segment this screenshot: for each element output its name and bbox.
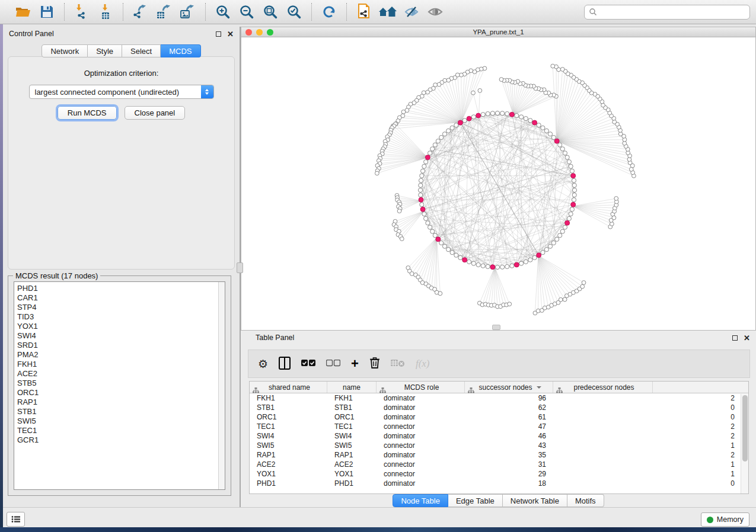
tab-motifs[interactable]: Motifs xyxy=(567,494,604,507)
function-builder-button[interactable]: f(x) xyxy=(416,355,430,373)
settings-gear-button[interactable]: ⚙ xyxy=(258,355,268,373)
mcds-result-item[interactable]: SWI5 xyxy=(17,416,225,426)
float-panel-icon[interactable] xyxy=(216,31,221,37)
search-input[interactable] xyxy=(597,8,745,16)
zoom-out-button[interactable] xyxy=(237,3,257,21)
mcds-result-item[interactable]: SRD1 xyxy=(17,341,225,350)
mcds-result-item[interactable]: TID3 xyxy=(17,312,225,322)
mcds-list-scrollbar[interactable] xyxy=(218,282,225,489)
mcds-result-item[interactable]: STB5 xyxy=(17,379,225,388)
mcds-result-item[interactable]: ORC1 xyxy=(17,388,225,398)
cell-predecessor-nodes: 0 xyxy=(553,479,742,488)
results-panel-button[interactable] xyxy=(7,512,25,527)
mcds-result-list[interactable]: PHD1CAR1STP4TID3YOX1SWI4SRD1PMA2FKH1ACE2… xyxy=(14,281,225,490)
tab-edge-table[interactable]: Edge Table xyxy=(448,494,503,507)
close-panel-icon[interactable]: ✕ xyxy=(227,30,234,38)
mcds-result-item[interactable]: YOX1 xyxy=(17,322,225,331)
cell-MCDS-role: dominator xyxy=(377,403,465,412)
main-toolbar xyxy=(0,0,756,24)
save-session-button[interactable] xyxy=(37,3,57,21)
column-header-name[interactable]: name xyxy=(327,382,377,393)
table-row[interactable]: YOX1YOX1connector291 xyxy=(250,469,748,479)
close-table-panel-icon[interactable]: ✕ xyxy=(744,334,750,342)
export-table-button[interactable] xyxy=(154,3,174,21)
tab-network-table[interactable]: Network Table xyxy=(503,494,567,507)
mcds-result-item[interactable]: TEC1 xyxy=(17,426,225,435)
column-header-shared-name[interactable]: shared name xyxy=(250,382,327,393)
tab-mcds[interactable]: MCDS xyxy=(161,44,200,57)
share-document-button[interactable] xyxy=(354,3,374,21)
select-all-button[interactable] xyxy=(301,355,315,373)
column-layout-button[interactable] xyxy=(279,355,291,373)
network-window-titlebar[interactable]: YPA_prune.txt_1 xyxy=(241,27,755,37)
mcds-result-item[interactable]: STP4 xyxy=(17,303,225,312)
run-mcds-button[interactable]: Run MCDS xyxy=(58,106,117,120)
mcds-result-item[interactable]: PHD1 xyxy=(17,284,225,293)
delete-column-button[interactable] xyxy=(369,355,380,373)
deselect-all-button[interactable] xyxy=(326,355,340,373)
close-panel-button[interactable]: Close panel xyxy=(125,106,186,120)
network-window-title: YPA_prune.txt_1 xyxy=(241,28,755,36)
network-home-button[interactable] xyxy=(378,3,398,21)
import-table-button[interactable] xyxy=(95,3,116,21)
tab-network[interactable]: Network xyxy=(42,44,88,57)
mcds-result-item[interactable]: RAP1 xyxy=(17,398,225,407)
zoom-in-button[interactable] xyxy=(213,3,233,21)
cell-shared-name: TEC1 xyxy=(250,422,327,431)
table-panel: Table Panel ✕ ⚙+f(x) shared namenameMCDS… xyxy=(241,331,756,507)
refresh-button[interactable] xyxy=(319,3,339,21)
search-box[interactable] xyxy=(584,5,750,20)
cell-predecessor-nodes: 2 xyxy=(553,394,742,402)
mcds-result-item[interactable]: PMA2 xyxy=(17,350,225,360)
mcds-result-item[interactable]: STB1 xyxy=(17,407,225,416)
table-row[interactable]: STB1STB1dominator620 xyxy=(250,403,748,412)
table-scrollbar-thumb[interactable] xyxy=(742,395,748,462)
table-row[interactable]: ORC1ORC1dominator610 xyxy=(250,412,748,422)
mcds-result-item[interactable]: ACE2 xyxy=(17,369,225,379)
vertical-splitter-handle[interactable] xyxy=(237,262,243,273)
table-row[interactable]: RAP1RAP1dominator352 xyxy=(250,450,748,460)
cell-successor-nodes: 61 xyxy=(465,413,553,421)
export-network-button[interactable] xyxy=(130,3,151,21)
cell-successor-nodes: 96 xyxy=(465,394,553,402)
criterion-dropdown[interactable]: largest connected component (undirected) xyxy=(29,85,214,99)
column-header-MCDS-role[interactable]: MCDS role xyxy=(377,382,465,393)
hide-graphics-details-button[interactable] xyxy=(401,3,422,21)
cell-name: PHD1 xyxy=(327,479,377,488)
table-row[interactable]: TEC1TEC1connector472 xyxy=(250,422,748,431)
table-row[interactable]: SWI5SWI5connector431 xyxy=(250,441,748,450)
import-network-button[interactable] xyxy=(72,3,92,21)
table-row[interactable]: ACE2ACE2connector311 xyxy=(250,460,748,469)
tab-select[interactable]: Select xyxy=(122,44,161,57)
list-icon xyxy=(11,515,21,523)
float-table-panel-icon[interactable] xyxy=(732,335,738,341)
tab-node-table[interactable]: Node Table xyxy=(393,494,448,507)
mcds-result-item[interactable]: GCR1 xyxy=(17,435,225,445)
mcds-panel: Optimization criterion: largest connecte… xyxy=(8,56,235,270)
column-header-successor-nodes[interactable]: successor nodes xyxy=(465,382,553,393)
open-file-button[interactable] xyxy=(13,3,33,21)
table-row[interactable]: FKH1FKH1dominator962 xyxy=(250,393,748,403)
cell-name: SWI5 xyxy=(327,441,377,450)
cell-predecessor-nodes: 2 xyxy=(553,451,742,459)
delete-table-button[interactable] xyxy=(391,355,405,373)
add-column-button[interactable]: + xyxy=(351,355,359,373)
column-header-predecessor-nodes[interactable]: predecessor nodes xyxy=(553,382,653,393)
zoom-fit-button[interactable] xyxy=(260,3,280,21)
export-image-button[interactable] xyxy=(178,3,198,21)
table-row[interactable]: PHD1PHD1dominator180 xyxy=(250,479,748,488)
show-graphics-details-button[interactable] xyxy=(425,3,445,21)
add-column-icon: + xyxy=(351,357,359,370)
mcds-result-item[interactable]: CAR1 xyxy=(17,293,225,303)
network-graph-canvas[interactable] xyxy=(241,37,755,330)
table-scrollbar[interactable] xyxy=(741,394,748,493)
tab-style[interactable]: Style xyxy=(88,44,122,57)
horizontal-splitter-handle[interactable] xyxy=(492,325,500,330)
zoom-selected-button[interactable] xyxy=(284,3,304,21)
refresh-icon xyxy=(321,4,337,20)
table-row[interactable]: SWI4SWI4dominator462 xyxy=(250,431,748,441)
node-table[interactable]: shared namenameMCDS rolesuccessor nodesp… xyxy=(249,381,749,494)
mcds-result-item[interactable]: SWI4 xyxy=(17,331,225,341)
mcds-result-item[interactable]: FKH1 xyxy=(17,360,225,369)
memory-button[interactable]: Memory xyxy=(701,512,749,527)
